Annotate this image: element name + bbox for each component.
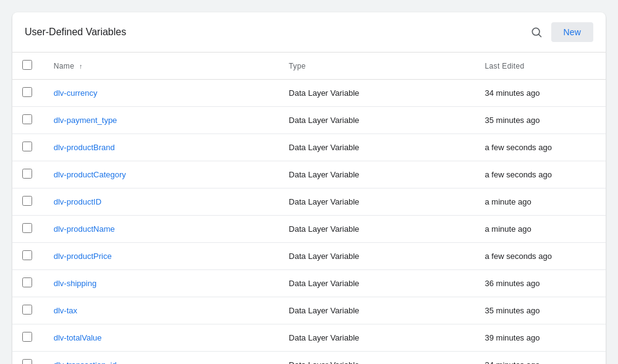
- table-row: dlv-productIDData Layer Variablea minute…: [12, 188, 606, 216]
- row-last-edited-cell: 36 minutes ago: [475, 270, 606, 297]
- row-checkbox-cell: [12, 216, 44, 243]
- row-type-cell: Data Layer Variable: [279, 243, 475, 270]
- row-last-edited-cell: a few seconds ago: [475, 134, 606, 161]
- row-name-link[interactable]: dlv-productName: [54, 224, 115, 234]
- row-type-cell: Data Layer Variable: [279, 80, 475, 107]
- row-checkbox[interactable]: [22, 87, 32, 97]
- row-name-cell: dlv-totalValue: [44, 324, 279, 352]
- row-last-edited-cell: 35 minutes ago: [475, 107, 606, 134]
- table-row: dlv-transaction_idData Layer Variable34 …: [12, 352, 606, 365]
- row-last-edited-cell: 39 minutes ago: [475, 324, 606, 352]
- row-checkbox[interactable]: [22, 223, 32, 233]
- row-type-cell: Data Layer Variable: [279, 107, 475, 134]
- row-name-link[interactable]: dlv-productPrice: [54, 252, 112, 261]
- row-checkbox[interactable]: [22, 114, 32, 124]
- sort-arrow-icon: ↑: [79, 62, 83, 70]
- row-checkbox-cell: [12, 243, 44, 270]
- row-name-link[interactable]: dlv-payment_type: [54, 116, 117, 125]
- row-last-edited-cell: a few seconds ago: [475, 161, 606, 188]
- row-name-link[interactable]: dlv-currency: [54, 88, 98, 98]
- row-checkbox-cell: [12, 270, 44, 297]
- row-name-cell: dlv-productID: [44, 188, 279, 216]
- row-last-edited-cell: 34 minutes ago: [475, 80, 606, 107]
- table-row: dlv-productBrandData Layer Variablea few…: [12, 134, 606, 161]
- row-name-cell: dlv-shipping: [44, 270, 279, 297]
- row-name-link[interactable]: dlv-productID: [54, 197, 101, 206]
- row-name-cell: dlv-productPrice: [44, 243, 279, 270]
- row-name-link[interactable]: dlv-transaction_id: [54, 360, 117, 364]
- select-all-checkbox[interactable]: [22, 60, 32, 70]
- row-type-cell: Data Layer Variable: [279, 324, 475, 352]
- table-row: dlv-productCategoryData Layer Variablea …: [12, 161, 606, 188]
- row-type-cell: Data Layer Variable: [279, 352, 475, 365]
- header-name: Name ↑: [44, 53, 279, 80]
- row-type-cell: Data Layer Variable: [279, 270, 475, 297]
- row-last-edited-cell: a minute ago: [475, 216, 606, 243]
- row-checkbox-cell: [12, 107, 44, 134]
- row-type-cell: Data Layer Variable: [279, 161, 475, 188]
- row-name-link[interactable]: dlv-productCategory: [54, 170, 126, 179]
- row-checkbox-cell: [12, 188, 44, 216]
- header-checkbox-cell: [12, 53, 44, 80]
- header-type: Type: [279, 53, 475, 80]
- row-type-cell: Data Layer Variable: [279, 216, 475, 243]
- row-name-cell: dlv-currency: [44, 80, 279, 107]
- table-body: dlv-currencyData Layer Variable34 minute…: [12, 80, 606, 365]
- search-icon: [530, 26, 543, 38]
- last-edited-column-label: Last Edited: [485, 62, 525, 70]
- page-header: User-Defined Variables New: [12, 12, 606, 53]
- header-actions: New: [527, 22, 593, 42]
- page-title: User-Defined Variables: [25, 27, 126, 38]
- row-name-link[interactable]: dlv-productBrand: [54, 143, 115, 152]
- row-checkbox-cell: [12, 161, 44, 188]
- main-container: User-Defined Variables New Name ↑: [12, 12, 606, 364]
- row-checkbox[interactable]: [22, 332, 32, 342]
- row-last-edited-cell: a few seconds ago: [475, 243, 606, 270]
- table-row: dlv-shippingData Layer Variable36 minute…: [12, 270, 606, 297]
- row-checkbox[interactable]: [22, 277, 32, 287]
- row-name-cell: dlv-productCategory: [44, 161, 279, 188]
- search-button[interactable]: [527, 22, 546, 42]
- row-checkbox[interactable]: [22, 250, 32, 260]
- table-row: dlv-currencyData Layer Variable34 minute…: [12, 80, 606, 107]
- row-checkbox-cell: [12, 134, 44, 161]
- row-type-cell: Data Layer Variable: [279, 297, 475, 324]
- table-header-row: Name ↑ Type Last Edited: [12, 53, 606, 80]
- table-row: dlv-productNameData Layer Variablea minu…: [12, 216, 606, 243]
- row-name-cell: dlv-payment_type: [44, 107, 279, 134]
- row-name-link[interactable]: dlv-tax: [54, 306, 77, 315]
- row-name-cell: dlv-productName: [44, 216, 279, 243]
- row-name-link[interactable]: dlv-totalValue: [54, 333, 102, 342]
- table-header: Name ↑ Type Last Edited: [12, 53, 606, 80]
- svg-line-1: [538, 35, 541, 37]
- row-checkbox-cell: [12, 352, 44, 365]
- row-last-edited-cell: 35 minutes ago: [475, 297, 606, 324]
- table-row: dlv-payment_typeData Layer Variable35 mi…: [12, 107, 606, 134]
- table-row: dlv-totalValueData Layer Variable39 minu…: [12, 324, 606, 352]
- row-checkbox[interactable]: [22, 359, 32, 364]
- table-row: dlv-taxData Layer Variable35 minutes ago: [12, 297, 606, 324]
- row-name-cell: dlv-tax: [44, 297, 279, 324]
- row-checkbox-cell: [12, 80, 44, 107]
- row-checkbox-cell: [12, 297, 44, 324]
- row-checkbox[interactable]: [22, 305, 32, 315]
- row-name-cell: dlv-productBrand: [44, 134, 279, 161]
- table-row: dlv-productPriceData Layer Variablea few…: [12, 243, 606, 270]
- new-button[interactable]: New: [551, 22, 593, 42]
- row-name-link[interactable]: dlv-shipping: [54, 279, 96, 288]
- row-last-edited-cell: 34 minutes ago: [475, 352, 606, 365]
- variables-table: Name ↑ Type Last Edited dlv-currencyData…: [12, 53, 606, 364]
- row-type-cell: Data Layer Variable: [279, 134, 475, 161]
- name-column-label: Name: [54, 62, 74, 70]
- svg-point-0: [532, 28, 540, 35]
- row-checkbox-cell: [12, 324, 44, 352]
- row-checkbox[interactable]: [22, 196, 32, 206]
- row-last-edited-cell: a minute ago: [475, 188, 606, 216]
- row-type-cell: Data Layer Variable: [279, 188, 475, 216]
- row-name-cell: dlv-transaction_id: [44, 352, 279, 365]
- type-column-label: Type: [289, 62, 305, 70]
- header-last-edited: Last Edited: [475, 53, 606, 80]
- row-checkbox[interactable]: [22, 169, 32, 179]
- row-checkbox[interactable]: [22, 142, 32, 151]
